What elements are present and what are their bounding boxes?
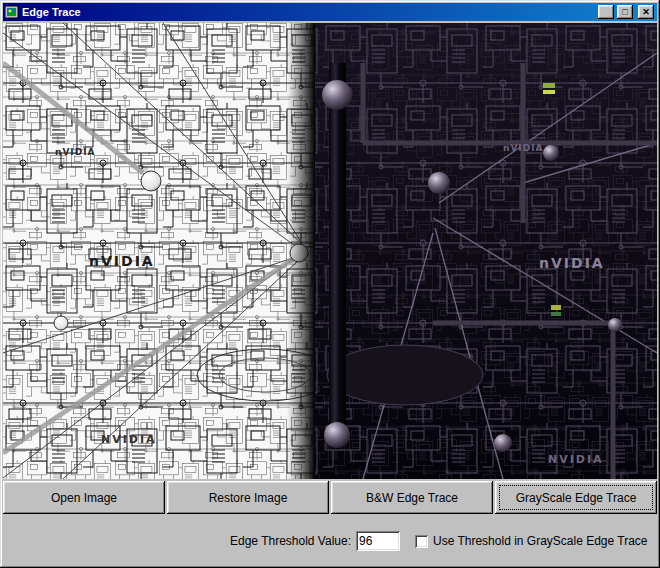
restore-image-button[interactable]: Restore Image: [167, 481, 329, 514]
nvidia-watermark: nVIDIA: [539, 255, 605, 271]
maximize-icon: □: [622, 8, 627, 17]
nvidia-watermark: nVIDIA: [55, 147, 96, 157]
bw-edge-trace-button[interactable]: B&W Edge Trace: [331, 481, 493, 514]
threshold-input[interactable]: [356, 531, 400, 551]
titlebar[interactable]: Edge Trace _ □ ✕: [3, 3, 657, 21]
grayscale-panel: nVIDIA nVIDIA NVIDIA: [315, 23, 657, 479]
bw-edge-panel: nVIDIA nVIDIA NVIDIA: [3, 23, 333, 479]
app-icon: [5, 5, 19, 19]
window-title: Edge Trace: [22, 6, 595, 18]
close-button[interactable]: ✕: [638, 5, 654, 19]
nvidia-watermark: NVIDIA: [548, 453, 604, 466]
threshold-controls: Edge Threshold Value: Use Threshold in G…: [3, 531, 657, 551]
center-pillar: [329, 63, 346, 445]
platform-right: [327, 345, 483, 405]
grayscale-edge-trace-button[interactable]: GrayScale Edge Trace: [495, 481, 657, 514]
minimize-button[interactable]: _: [598, 5, 614, 19]
open-image-button[interactable]: Open Image: [3, 481, 165, 514]
nvidia-watermark: nVIDIA: [89, 253, 155, 269]
use-threshold-label: Use Threshold in GrayScale Edge Trace: [433, 534, 648, 548]
use-threshold-checkbox[interactable]: [415, 535, 428, 548]
close-icon: ✕: [642, 8, 650, 17]
nvidia-watermark: NVIDIA: [101, 433, 157, 446]
panel-seam: [287, 23, 315, 479]
minimize-icon: _: [603, 11, 608, 20]
app-window: Edge Trace _ □ ✕: [0, 0, 660, 568]
image-preview: nVIDIA nVIDIA NVIDIA: [3, 23, 657, 479]
button-toolbar: Open Image Restore Image B&W Edge Trace …: [3, 481, 657, 514]
threshold-label: Edge Threshold Value:: [230, 534, 351, 548]
nvidia-watermark: nVIDIA: [503, 143, 544, 153]
maximize-button[interactable]: □: [617, 5, 633, 19]
